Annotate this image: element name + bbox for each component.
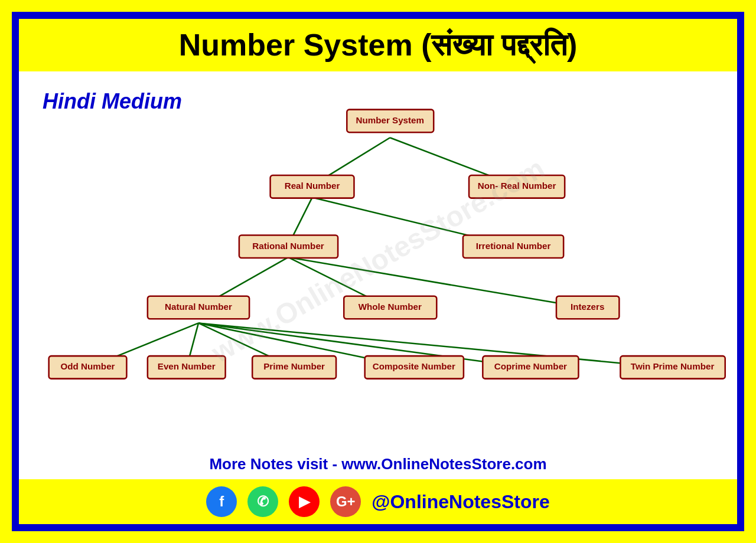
youtube-icon[interactable]: ▶: [289, 486, 320, 517]
main-content: Hindi Medium www.OnlineNotesStore.com: [19, 71, 737, 449]
node-composite-number: Composite Number: [373, 361, 455, 371]
node-even-number: Even Number: [158, 361, 216, 371]
facebook-icon[interactable]: f: [206, 486, 237, 517]
footer-text: More Notes visit - www.OnlineNotesStore.…: [31, 455, 725, 473]
header: Number System (संख्या पद्द्रति): [19, 19, 737, 71]
node-number-system: Number System: [356, 115, 424, 125]
page-title: Number System (संख्या पद्द्रति): [31, 27, 725, 63]
footer-bar: f ✆ ▶ G+ @OnlineNotesStore: [19, 479, 737, 524]
node-natural-number: Natural Number: [165, 302, 232, 312]
footer-notes: More Notes visit - www.OnlineNotesStore.…: [19, 449, 737, 479]
whatsapp-icon[interactable]: ✆: [247, 486, 278, 517]
node-coprime-number: Coprime Number: [494, 361, 567, 371]
node-prime-number: Prime Number: [263, 361, 325, 371]
node-intezers: Intezers: [571, 302, 604, 312]
node-rational-number: Rational Number: [252, 241, 324, 251]
node-real-number: Real Number: [285, 181, 340, 191]
tree-diagram: Number System Real Number Non- Real Numb…: [19, 71, 737, 449]
node-whole-number: Whole Number: [359, 302, 422, 312]
googleplus-icon[interactable]: G+: [330, 486, 361, 517]
outer-border: Number System (संख्या पद्द्रति) Hindi Me…: [12, 12, 744, 531]
inner-container: Number System (संख्या पद्द्रति) Hindi Me…: [19, 19, 737, 524]
node-twin-prime-number: Twin Prime Number: [631, 361, 715, 371]
node-non-real-number: Non- Real Number: [478, 181, 556, 191]
node-odd-number: Odd Number: [61, 361, 115, 371]
svg-line-6: [288, 257, 588, 308]
social-handle: @OnlineNotesStore: [372, 491, 549, 513]
node-irretional-number: Irretional Number: [476, 241, 551, 251]
